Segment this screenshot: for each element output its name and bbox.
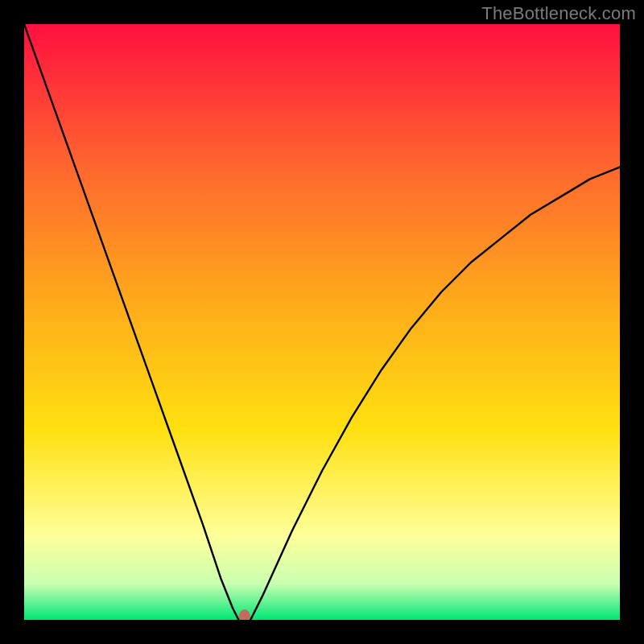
chart-frame: TheBottleneck.com (0, 0, 644, 644)
plot-area (24, 24, 620, 620)
chart-svg (24, 24, 620, 620)
gradient-background (24, 24, 620, 620)
watermark-text: TheBottleneck.com (481, 3, 636, 24)
